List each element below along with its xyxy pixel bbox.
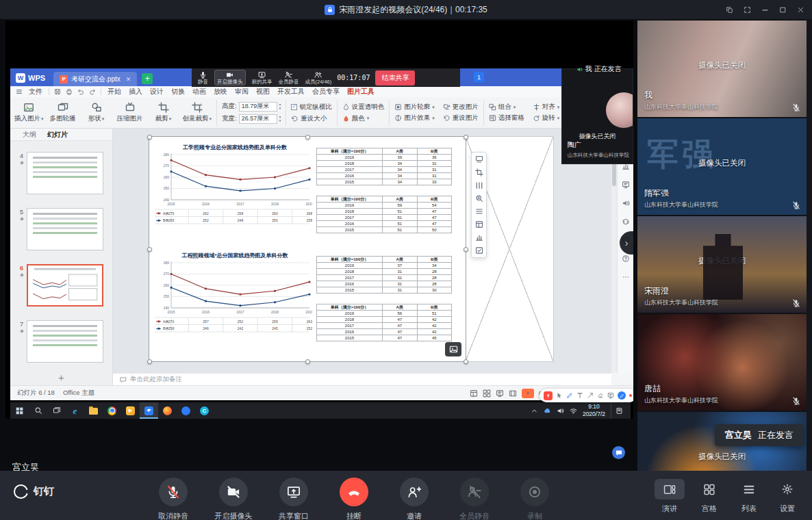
participant-tile-me[interactable]: 摄像头已关闭 我 山东科技大学泰山科技学院 — [637, 21, 807, 117]
taskbar-dingtalk[interactable] — [140, 402, 158, 419]
document-tab[interactable]: 考研交流会.pptx — [53, 72, 137, 86]
taskbar-task-view[interactable] — [47, 402, 66, 419]
participant-tile[interactable]: 唐喆 山东科技大学泰山科技学院 — [637, 314, 807, 411]
taskbar-clock[interactable]: 9:102020/7/2 — [583, 403, 605, 417]
picture-button[interactable] — [445, 342, 461, 356]
grid-icon[interactable] — [483, 389, 491, 398]
reading-icon[interactable] — [496, 389, 504, 398]
add-slide-button[interactable] — [10, 372, 112, 385]
selection-handle[interactable] — [147, 359, 152, 364]
selection-handle[interactable] — [147, 135, 152, 140]
ribbon-rotate-button[interactable]: 旋转▾ — [533, 114, 560, 122]
tab-outline[interactable]: 大纲 — [23, 130, 36, 140]
hangup-button[interactable]: 挂断 — [339, 478, 369, 520]
check-icon[interactable] — [475, 246, 483, 255]
network-icon[interactable] — [570, 407, 577, 415]
menu-tab-7[interactable]: 审阅 — [233, 87, 250, 96]
stepper-arrows-icon[interactable]: ▴▾ — [279, 103, 281, 110]
redo-icon[interactable] — [89, 88, 96, 95]
volume-icon[interactable] — [557, 407, 564, 415]
slide-thumbnail-4[interactable]: 4 — [14, 152, 112, 194]
ribbon-group-button[interactable]: 组合▾ — [489, 103, 524, 112]
chart-icon[interactable] — [475, 233, 483, 242]
menu-tab-5[interactable]: 动画 — [191, 87, 207, 96]
minimize-button[interactable] — [756, 0, 774, 19]
normal-icon[interactable] — [470, 389, 478, 398]
menu-tab-3[interactable]: 设计 — [149, 87, 165, 96]
ribbon-small-effect[interactable]: 图片效果▾ — [394, 114, 435, 122]
meetbar-share-button[interactable]: 新的共享 — [252, 71, 272, 85]
gallery-icon[interactable] — [475, 155, 483, 164]
slide[interactable]: 工学照顾专业总分国家线趋势图及单科分数240250260270280201520… — [149, 137, 553, 361]
view-speaker-button[interactable]: 演讲 — [655, 479, 685, 514]
columns-icon[interactable] — [475, 181, 483, 190]
more-icon[interactable] — [622, 273, 630, 281]
menu-tab-2[interactable]: 插入 — [127, 87, 144, 96]
undo-icon[interactable] — [77, 88, 84, 95]
transparent-color-button[interactable]: 设置透明色 — [342, 103, 385, 112]
notes-bar[interactable]: 单击此处添加备注 — [113, 373, 611, 385]
stepper-arrows-icon[interactable]: ▴▾ — [279, 115, 281, 122]
meetbar-members-button[interactable]: 成员(24/46) — [305, 71, 332, 85]
print-icon[interactable] — [66, 88, 73, 95]
ribbon-small-change[interactable]: 更改图片 — [443, 103, 479, 112]
selection-handle[interactable] — [464, 135, 468, 140]
ribbon-crop2-button[interactable]: 创意裁剪▾ — [183, 102, 212, 123]
taskbar-start[interactable] — [10, 402, 29, 419]
shared-screen[interactable]: WPS 考研交流会.pptx 静音开启摄像头新的共享全员静音成员(24/46) … — [5, 21, 633, 419]
zoom-icon[interactable] — [475, 194, 483, 203]
participant-tile[interactable]: 军强 摄像头已关闭 隋军强 山东科技大学泰山科技学院 — [637, 118, 807, 215]
menu-tab-11[interactable]: 图片工具 — [346, 87, 376, 96]
cloud-icon[interactable] — [544, 407, 551, 415]
height-input[interactable]: 18.79厘米 — [239, 102, 277, 112]
selection-handle[interactable] — [147, 247, 152, 252]
ribbon-small-reset[interactable]: 重设图片 — [443, 114, 479, 122]
taskbar-edge[interactable] — [66, 402, 84, 419]
selection-handle[interactable] — [305, 135, 310, 140]
menu-tab-8[interactable]: 视图 — [255, 87, 271, 96]
selection-handle[interactable] — [305, 359, 310, 364]
selection-handle[interactable] — [464, 359, 468, 364]
rows-icon[interactable] — [475, 207, 483, 216]
invite-button[interactable]: 邀请 — [399, 478, 429, 520]
mic-muted-button[interactable]: 取消静音 — [158, 478, 188, 520]
slideshow-play-button[interactable] — [522, 389, 534, 398]
help-icon[interactable] — [622, 255, 630, 263]
meetbar-mute-all-button[interactable]: 全员静音 — [279, 71, 299, 85]
selection-handle[interactable] — [464, 247, 468, 252]
popout-button[interactable] — [720, 0, 738, 19]
meetbar-mic-button[interactable]: 静音 — [198, 71, 208, 85]
taskbar-explorer[interactable] — [84, 402, 103, 419]
ribbon-crop-button[interactable]: 裁剪▾ — [149, 102, 178, 123]
floating-participant-tile[interactable]: 摄像头已关闭 陶广 山东科技大学泰山科技学院 — [561, 68, 633, 164]
menu-tab-4[interactable]: 切换 — [170, 87, 186, 96]
canvas-scrollbar[interactable] — [611, 129, 617, 373]
ribbon-shape-button[interactable]: 形状▾ — [82, 102, 111, 123]
eraser-icon[interactable] — [597, 392, 604, 399]
record-button[interactable]: 录制 — [520, 478, 550, 520]
annotate-button[interactable] — [618, 391, 626, 400]
taskbar-chrome[interactable] — [103, 402, 121, 419]
action-center-button[interactable] — [611, 402, 627, 419]
chat-badge[interactable]: 1 — [474, 72, 484, 82]
menu-file[interactable]: 文件 — [27, 87, 44, 96]
taskbar-media-player[interactable] — [121, 402, 140, 419]
lock-ratio-checkbox[interactable]: 锁定纵横比 — [291, 103, 332, 112]
close-tab-icon[interactable] — [126, 76, 131, 83]
end-share-button[interactable]: 结束共享 — [375, 70, 415, 86]
arrow-icon[interactable] — [587, 392, 594, 399]
slide-thumbnail-5[interactable]: 5 — [14, 208, 112, 250]
menu-tab-9[interactable]: 开发工具 — [276, 87, 306, 96]
taskbar-blue-browser[interactable] — [177, 402, 195, 419]
tab-slides[interactable]: 幻灯片 — [47, 130, 68, 140]
slideshow-icon[interactable] — [509, 389, 517, 398]
board-icon[interactable] — [607, 392, 614, 399]
view-grid-button[interactable]: 宫格 — [694, 479, 724, 514]
width-input[interactable]: 26.57厘米 — [239, 114, 277, 124]
theme-name[interactable]: Office 主题 — [63, 389, 94, 398]
cursor-icon[interactable] — [556, 392, 563, 399]
taskbar-firefox[interactable] — [158, 402, 177, 419]
mute-all-button[interactable]: 全员静音 — [459, 478, 490, 520]
new-tab-button[interactable] — [142, 73, 153, 84]
speaker-icon[interactable] — [622, 199, 630, 207]
